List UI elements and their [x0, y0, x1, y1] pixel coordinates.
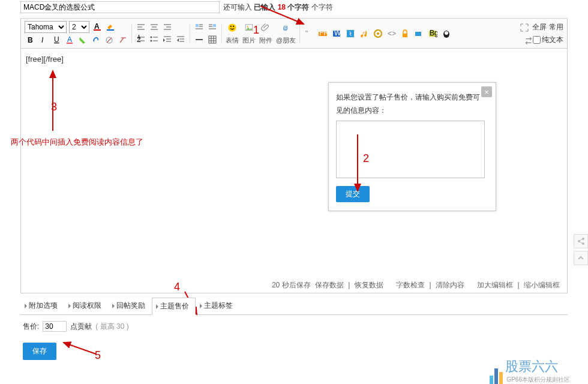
- char-count-hint: 还可输入 已输入 18 个字符 个字符: [223, 2, 333, 13]
- video-icon[interactable]: [373, 28, 383, 39]
- list-bullet-icon[interactable]: [149, 34, 160, 45]
- svg-text:<>: <>: [388, 29, 396, 38]
- format-clear-icon[interactable]: [117, 35, 128, 46]
- swap-icon[interactable]: [523, 35, 532, 44]
- plaintext-label: 纯文本: [542, 35, 563, 45]
- dialog-text-line1: 如果您设置了帖子售价，请输入购买前免费可: [336, 91, 488, 104]
- price-input[interactable]: [43, 321, 67, 332]
- free-content-icon[interactable]: FREE: [317, 28, 328, 39]
- svg-text:B: B: [28, 36, 33, 44]
- watermark: 股票六六 GP66本版积分规则社区: [490, 358, 570, 384]
- svg-text:I: I: [41, 36, 44, 44]
- general-link[interactable]: 常用: [549, 22, 563, 32]
- svg-rect-2: [94, 29, 101, 31]
- svg-rect-34: [196, 24, 199, 27]
- image-button[interactable]: 图片: [242, 22, 256, 45]
- at-friend-button[interactable]: @ @朋友: [276, 22, 296, 45]
- float-left-icon[interactable]: [194, 22, 205, 32]
- enlarge-link[interactable]: 加大编辑框: [477, 281, 513, 289]
- code-icon[interactable]: W: [331, 28, 342, 39]
- wordcheck-link[interactable]: 字数检查: [396, 281, 425, 289]
- svg-rect-64: [415, 32, 421, 36]
- highlight-icon[interactable]: [77, 35, 88, 46]
- svg-text:2: 2: [137, 35, 141, 44]
- svg-text:A: A: [94, 22, 100, 31]
- unlink-icon[interactable]: [104, 35, 115, 46]
- italic-icon[interactable]: I: [38, 35, 49, 46]
- editor-toolbar: Tahoma 2 A B I U A: [20, 18, 568, 49]
- align-center-icon[interactable]: [149, 22, 160, 32]
- tab-thread-price[interactable]: 主题售价: [152, 298, 196, 315]
- submit-button[interactable]: 提交: [336, 186, 370, 202]
- lock-icon[interactable]: [400, 28, 410, 39]
- close-icon[interactable]: ×: [481, 86, 492, 97]
- float-right-icon[interactable]: [207, 22, 218, 32]
- underline-icon[interactable]: U: [51, 35, 62, 46]
- list-ordered-icon[interactable]: 12: [136, 34, 146, 45]
- save-button[interactable]: 保存: [23, 343, 56, 360]
- svg-text:A: A: [67, 35, 72, 44]
- post-title-input[interactable]: [20, 1, 220, 13]
- svg-text:": ": [305, 29, 308, 38]
- expand-icon[interactable]: [519, 22, 530, 33]
- svg-point-25: [151, 40, 152, 42]
- bg-icon[interactable]: Bg: [427, 28, 438, 39]
- editor-footer: 20 秒后保存 保存数据 | 恢复数据 字数检查 | 清除内容 加大编辑框 | …: [272, 280, 562, 290]
- option-tabs: 附加选项 阅读权限 回帖奖励 主题售价 主题标签: [20, 297, 568, 314]
- bgcolor-icon[interactable]: [105, 21, 116, 32]
- font-color2-icon[interactable]: A: [64, 35, 75, 46]
- annotation-5: 5: [95, 349, 101, 361]
- table-icon[interactable]: [207, 34, 218, 45]
- svg-point-68: [445, 31, 448, 35]
- tab-body-price: 售价: 点贡献( 最高 30 ): [20, 314, 568, 337]
- plaintext-checkbox[interactable]: [533, 36, 541, 44]
- dialog-text-line2: 见的信息内容：: [336, 104, 488, 118]
- svg-point-49: [230, 25, 232, 26]
- svg-rect-43: [209, 36, 216, 43]
- save-data-link[interactable]: 保存数据: [315, 281, 344, 289]
- emoji-button[interactable]: 表情: [226, 22, 239, 45]
- scroll-top-icon[interactable]: [574, 251, 588, 265]
- fullscreen-link[interactable]: 全屏: [532, 22, 547, 32]
- svg-line-72: [64, 343, 96, 354]
- free-content-textarea[interactable]: [336, 121, 485, 178]
- align-left-icon[interactable]: [136, 22, 146, 32]
- restore-data-link[interactable]: 恢复数据: [355, 281, 383, 289]
- audio-icon[interactable]: [413, 28, 424, 39]
- svg-point-48: [228, 23, 236, 31]
- tab-thread-tags[interactable]: 主题标签: [196, 297, 239, 314]
- indent-icon[interactable]: [162, 34, 173, 45]
- hide-icon[interactable]: <>: [386, 28, 397, 39]
- flash-icon[interactable]: [345, 28, 356, 39]
- svg-text:W: W: [334, 29, 341, 37]
- price-unit: 点贡献: [70, 322, 92, 332]
- quote-icon[interactable]: ": [304, 28, 314, 39]
- bold-icon[interactable]: B: [25, 35, 35, 46]
- clear-link[interactable]: 清除内容: [436, 281, 464, 289]
- font-size-select[interactable]: 2: [69, 21, 89, 33]
- svg-point-61: [377, 32, 379, 35]
- hr-icon[interactable]: [194, 34, 205, 45]
- svg-rect-63: [403, 34, 407, 37]
- free-content-dialog: × 如果您设置了帖子售价，请输入购买前免费可 见的信息内容： 提交: [328, 82, 496, 211]
- font-color-icon[interactable]: A: [92, 21, 103, 32]
- svg-line-77: [580, 242, 583, 244]
- share-icon[interactable]: [574, 234, 588, 248]
- shrink-link[interactable]: 缩小编辑框: [524, 281, 560, 289]
- side-float: [574, 234, 588, 268]
- editor-area[interactable]: [free][/free] × 如果您设置了帖子售价，请输入购买前免费可 见的信…: [20, 49, 568, 293]
- tab-additional[interactable]: 附加选项: [20, 297, 64, 314]
- font-family-select[interactable]: Tahoma: [25, 21, 67, 33]
- tab-read-permission[interactable]: 阅读权限: [64, 297, 108, 314]
- align-right-icon[interactable]: [162, 22, 173, 32]
- price-max: ( 最高 30 ): [95, 322, 128, 332]
- svg-text:@: @: [283, 25, 288, 31]
- link-icon[interactable]: [91, 35, 101, 46]
- attachment-button[interactable]: 附件: [259, 22, 272, 45]
- music-icon[interactable]: [359, 28, 370, 39]
- qq-icon[interactable]: [441, 28, 452, 39]
- outdent-icon[interactable]: [175, 34, 186, 45]
- svg-point-50: [233, 25, 234, 26]
- svg-rect-3: [107, 29, 114, 31]
- tab-reply-reward[interactable]: 回帖奖励: [108, 297, 152, 314]
